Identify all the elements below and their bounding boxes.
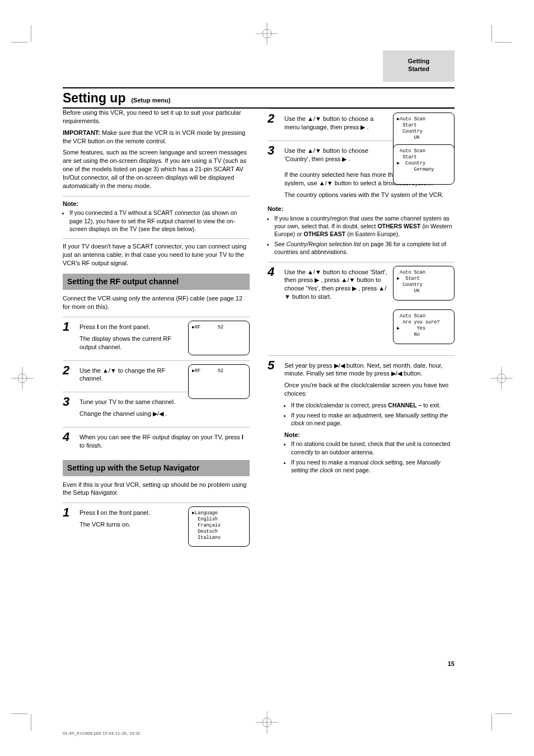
right-column: 2 Use the ▲/▼ button to choose a menu la… [268, 109, 455, 534]
svg-point-9 [497, 374, 506, 383]
divider [63, 196, 250, 196]
left-right-icon: ▶/◀ [153, 410, 163, 417]
note-item: See Country/Region selection list on pag… [274, 240, 455, 256]
step-b1: 1 Press I on the front panel. The VCR tu… [63, 506, 250, 532]
step-a3: 3 Tune your TV to the same channel. Chan… [63, 396, 250, 421]
svg-point-3 [263, 718, 271, 727]
step-a1: 1 Press I on the front panel. The displa… [63, 321, 250, 355]
lcd-screen: Auto Scan Start ▶ Country Germany [393, 144, 455, 185]
step-b4: 4 Use the ▲/▼ button to choose 'Start', … [268, 266, 455, 350]
left-right-icon: ▶/◀ [391, 370, 402, 377]
section-b-intro: Even if this is your first VCR, setting … [63, 481, 250, 497]
left-column: Before using this VCR, you need to set i… [63, 109, 250, 534]
intro-p2: IMPORTANT: Make sure that the VCR is in … [63, 129, 250, 145]
lcd-screen: ▶Language English Français Deutsch Itali… [188, 506, 250, 547]
section-a-header: Setting the RF output channel [63, 274, 250, 290]
lcd-screen: Auto Scan ▶ Start Country UK [393, 266, 455, 300]
note-heading: Note: [284, 431, 455, 439]
divider [63, 503, 250, 503]
up-down-icon: ▲/▼ [307, 147, 321, 154]
tab-line1: Getting [383, 57, 455, 65]
note-item: If you know a country/region that uses t… [274, 214, 455, 238]
right-icon: ▶ [360, 124, 365, 130]
up-down-icon: ▲/▼ [102, 367, 116, 374]
lcd-screen: ▶RF 52 [188, 321, 250, 355]
note-list: If you connected a TV without a SCART co… [63, 209, 250, 233]
up-down-icon: ▲/▼ [307, 115, 321, 122]
page-title: Setting up [63, 91, 125, 106]
divider [63, 238, 250, 239]
svg-point-0 [263, 29, 271, 38]
tab-line2: Started [383, 65, 455, 73]
note-heading: Note: [268, 205, 455, 213]
right-icon: ▶ [352, 285, 357, 292]
step-b2: 2 Use the ▲/▼ button to choose a menu la… [268, 112, 455, 135]
divider [63, 317, 250, 317]
divider [268, 355, 455, 356]
svg-point-6 [18, 374, 27, 383]
section-a-intro: Connect the VCR using only the antenna (… [63, 294, 250, 311]
left-right-icon: ▶/◀ [334, 362, 345, 369]
intro-p3: Some features, such as the screen langua… [63, 148, 250, 190]
divider [63, 427, 250, 428]
divider [268, 109, 455, 109]
step-a4: 4 When you can see the RF output display… [63, 431, 250, 453]
divider [268, 262, 455, 262]
side-tab: Getting Started [383, 50, 455, 82]
right-icon: ▶ [315, 276, 319, 283]
page-subtitle: (Setup menu) [131, 97, 170, 104]
note-heading: Note: [63, 200, 250, 208]
up-down-icon: ▲/▼ [341, 276, 355, 283]
step-a2: 2 Use the ▲/▼ to change the RF channel. … [63, 364, 250, 387]
no-scart-para: If your TV doesn't have a SCART connecto… [63, 242, 250, 267]
page-title-row: Setting up (Setup menu) [63, 87, 455, 109]
step-b3: 3 Use the ▲/▼ button to choose 'Country'… [268, 144, 455, 167]
step-b5: 5 Set year by press ▶/◀ button. Next, se… [268, 359, 455, 476]
up-down-icon: ▲/▼ [319, 180, 333, 186]
intro-p1: Before using this VCR, you need to set i… [63, 109, 250, 125]
lcd-screen: ▶RF 52 [188, 364, 250, 399]
up-down-icon: ▲/▼ [307, 269, 321, 275]
section-b-header: Setting up with the Setup Navigator [63, 460, 250, 476]
right-icon: ▶ [342, 156, 346, 162]
divider [63, 360, 250, 361]
footer-metadata: 01-45_KV1808.p65 15 04-11-26, 10:32 [63, 731, 140, 736]
note-list: If you know a country/region that uses t… [268, 214, 455, 256]
lcd-screen: Auto Scan Are you sure? ▶ Yes No [393, 309, 455, 344]
note-item: If you connected a TV without a SCART co… [69, 209, 250, 233]
